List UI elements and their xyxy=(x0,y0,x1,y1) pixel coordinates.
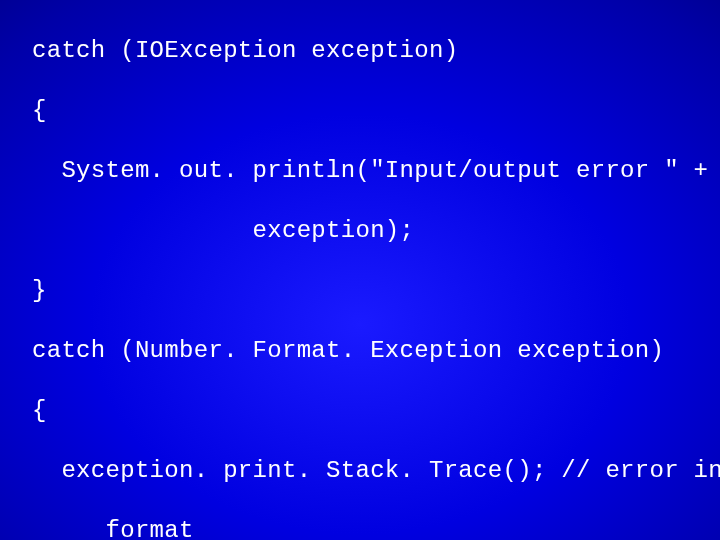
code-line: { xyxy=(32,96,720,126)
code-line: catch (IOException exception) xyxy=(32,36,720,66)
code-line: format xyxy=(32,516,720,540)
code-line: } xyxy=(32,276,720,306)
code-line: System. out. println("Input/output error… xyxy=(32,156,720,186)
code-line: catch (Number. Format. Exception excepti… xyxy=(32,336,720,366)
code-line: exception); xyxy=(32,216,720,246)
code-line: { xyxy=(32,396,720,426)
code-block: catch (IOException exception) { System. … xyxy=(0,0,720,540)
code-line: exception. print. Stack. Trace(); // err… xyxy=(32,456,720,486)
